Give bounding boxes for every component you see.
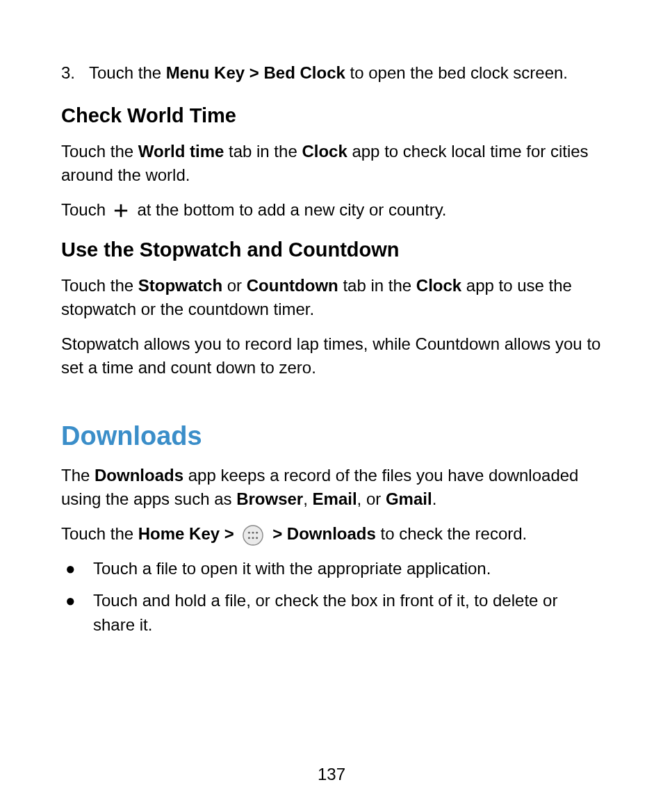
- text: Touch: [61, 200, 110, 219]
- text-bold: Menu Key > Bed Clock: [166, 63, 345, 82]
- heading-check-world-time: Check World Time: [61, 104, 602, 127]
- text: at the bottom to add a new city or count…: [137, 200, 446, 219]
- svg-point-5: [256, 532, 259, 534]
- text: tab in the: [224, 142, 302, 161]
- ordered-step-3: 3. Touch the Menu Key > Bed Clock to ope…: [61, 61, 602, 85]
- bullet-list: ● Touch a file to open it with the appro…: [61, 557, 602, 636]
- bullet-icon: ●: [61, 589, 93, 612]
- paragraph: The Downloads app keeps a record of the …: [61, 464, 602, 511]
- text: to open the bed clock screen.: [345, 63, 568, 82]
- list-text: Touch and hold a file, or check the box …: [93, 589, 602, 636]
- text-bold: Email: [313, 489, 357, 508]
- list-item: ● Touch a file to open it with the appro…: [61, 557, 602, 580]
- text-bold: Gmail: [386, 489, 432, 508]
- text: .: [432, 489, 437, 508]
- bullet-icon: ●: [61, 557, 93, 580]
- text-bold: Clock: [416, 276, 461, 295]
- text-bold: Countdown: [247, 276, 338, 295]
- text-bold: Browser: [236, 489, 303, 508]
- text: ,: [303, 489, 312, 508]
- svg-point-2: [243, 526, 263, 545]
- paragraph: Touch the Home Key > > Downloads to chec…: [61, 522, 602, 546]
- text-bold: Clock: [302, 142, 347, 161]
- text: Touch the: [61, 142, 138, 161]
- svg-point-3: [248, 532, 250, 534]
- plus-icon: [113, 203, 129, 218]
- text: , or: [357, 489, 386, 508]
- paragraph: Touch at the bottom to add a new city or…: [61, 198, 602, 222]
- text: Touch the: [61, 524, 138, 543]
- text: Touch the: [61, 276, 138, 295]
- text-bold: Downloads: [95, 466, 183, 485]
- text-bold: Home Key >: [138, 524, 239, 543]
- svg-point-4: [252, 532, 254, 534]
- text: The: [61, 466, 95, 485]
- text-bold: Stopwatch: [138, 276, 222, 295]
- paragraph: Touch the Stopwatch or Countdown tab in …: [61, 274, 602, 321]
- text: tab in the: [338, 276, 416, 295]
- page-number: 137: [0, 765, 663, 784]
- text-bold: > Downloads: [272, 524, 376, 543]
- paragraph: Stopwatch allows you to record lap times…: [61, 332, 602, 380]
- apps-grid-icon: [243, 525, 263, 546]
- text-bold: World time: [138, 142, 224, 161]
- list-item: ● Touch and hold a file, or check the bo…: [61, 589, 602, 636]
- page: 3. Touch the Menu Key > Bed Clock to ope…: [0, 0, 663, 812]
- heading-downloads: Downloads: [61, 421, 602, 451]
- svg-point-8: [256, 537, 259, 539]
- list-text: Touch a file to open it with the appropr…: [93, 557, 602, 580]
- text: or: [222, 276, 247, 295]
- svg-point-6: [248, 537, 250, 539]
- svg-point-7: [252, 537, 254, 539]
- heading-stopwatch-countdown: Use the Stopwatch and Countdown: [61, 238, 602, 261]
- step-text: Touch the Menu Key > Bed Clock to open t…: [89, 61, 602, 85]
- text: to check the record.: [376, 524, 527, 543]
- text: Touch the: [89, 63, 166, 82]
- paragraph: Touch the World time tab in the Clock ap…: [61, 140, 602, 187]
- step-number: 3.: [61, 61, 89, 85]
